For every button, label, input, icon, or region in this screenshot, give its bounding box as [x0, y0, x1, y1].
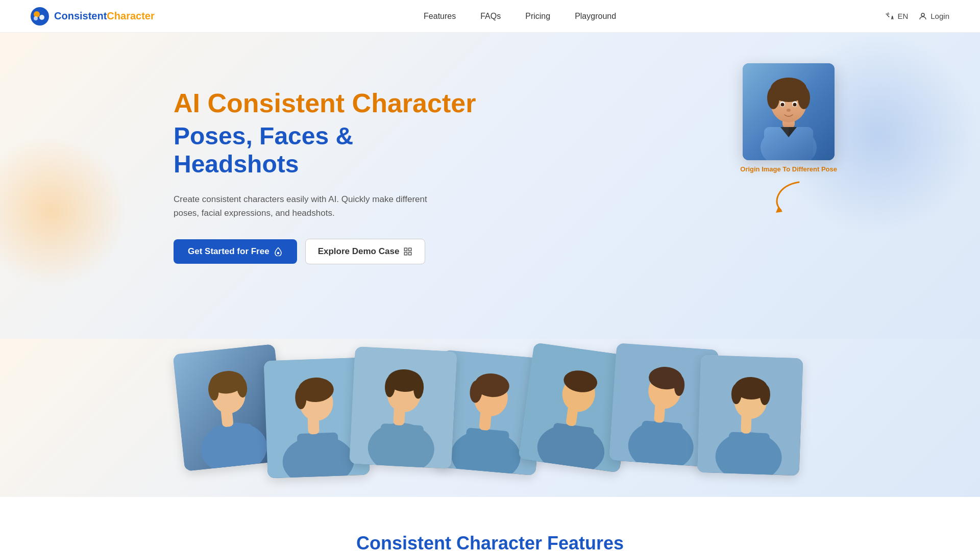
- pose-person-7: [697, 355, 803, 476]
- logo[interactable]: ConsistentCharacter: [31, 7, 155, 26]
- svg-rect-37: [297, 433, 339, 478]
- svg-rect-52: [463, 428, 509, 473]
- svg-rect-72: [727, 432, 770, 475]
- login-label: Login: [930, 12, 949, 20]
- svg-rect-7: [409, 248, 411, 251]
- features-section: Consistent Character Features 1. AI-Driv…: [0, 497, 980, 551]
- hero-title-main: AI Consistent Character: [174, 89, 480, 118]
- svg-point-16: [767, 87, 779, 109]
- hero-section: AI Consistent Character Poses, Faces & H…: [0, 33, 980, 339]
- hero-title-sub: Poses, Faces & Headshots: [174, 122, 480, 178]
- pose-card-7: [697, 355, 803, 476]
- svg-point-21: [793, 103, 797, 107]
- svg-rect-6: [405, 248, 407, 251]
- svg-point-5: [277, 252, 279, 254]
- svg-rect-65: [639, 420, 683, 465]
- poses-strip: [0, 339, 980, 497]
- navbar: ConsistentCharacter Features FAQs Pricin…: [0, 0, 980, 33]
- nav-pricing[interactable]: Pricing: [525, 12, 550, 21]
- svg-point-17: [798, 87, 810, 109]
- demo-case-label: Explore Demo Case: [318, 246, 400, 257]
- logo-icon: [31, 7, 49, 26]
- svg-rect-8: [405, 252, 407, 255]
- svg-rect-29: [211, 423, 256, 468]
- svg-point-4: [921, 13, 924, 16]
- svg-rect-44: [379, 423, 424, 467]
- pose-person-3: [349, 346, 457, 469]
- origin-person-image: [743, 63, 835, 160]
- blob-orange-decor: [0, 135, 128, 288]
- grid-icon: [403, 247, 412, 256]
- svg-point-22: [787, 109, 791, 112]
- svg-point-20: [781, 103, 785, 107]
- demo-case-button[interactable]: Explore Demo Case: [305, 239, 426, 264]
- nav-right: EN Login: [885, 12, 949, 21]
- curly-arrow: [768, 177, 809, 218]
- rocket-icon: [274, 247, 283, 256]
- svg-point-3: [34, 16, 38, 20]
- get-started-label: Get Started for Free: [188, 246, 270, 257]
- nav-faqs[interactable]: FAQs: [480, 12, 501, 21]
- origin-image-label: Origin Image To Different Pose: [740, 165, 837, 173]
- pose-card-3: [349, 346, 457, 469]
- hero-left: AI Consistent Character Poses, Faces & H…: [174, 73, 480, 264]
- lang-label: EN: [897, 12, 908, 20]
- login-button[interactable]: Login: [918, 12, 949, 21]
- get-started-button[interactable]: Get Started for Free: [174, 239, 297, 264]
- svg-point-1: [34, 11, 40, 17]
- hero-description: Create consistent characters easily with…: [174, 192, 439, 220]
- user-icon: [918, 12, 927, 21]
- language-selector[interactable]: EN: [885, 12, 908, 21]
- svg-rect-59: [548, 422, 594, 468]
- features-title: Consistent Character Features: [102, 533, 878, 551]
- translate-icon: [885, 12, 894, 21]
- hero-buttons: Get Started for Free Explore Demo Case: [174, 239, 480, 264]
- svg-point-2: [39, 15, 44, 20]
- nav-links: Features FAQs Pricing Playground: [424, 12, 616, 21]
- svg-rect-9: [409, 252, 411, 255]
- nav-playground[interactable]: Playground: [575, 12, 616, 21]
- nav-features[interactable]: Features: [424, 12, 456, 21]
- hero-right: Origin Image To Different Pose: [740, 63, 837, 218]
- origin-image-card: [743, 63, 835, 160]
- logo-text: ConsistentCharacter: [54, 10, 155, 22]
